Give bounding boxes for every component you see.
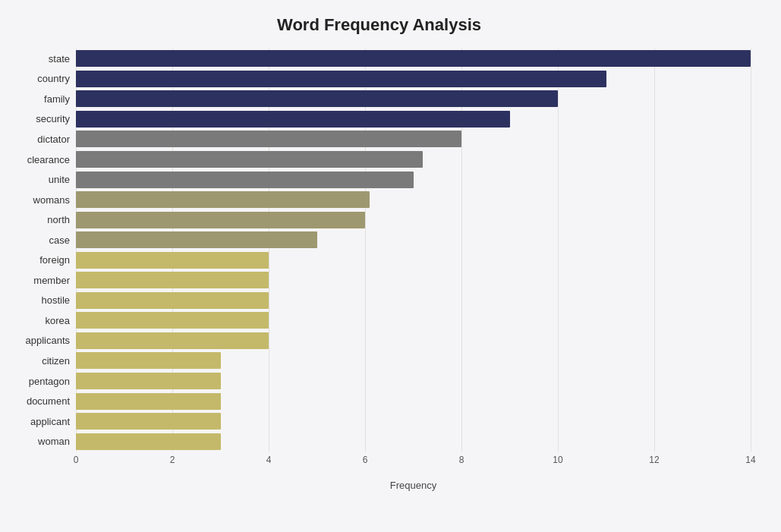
- bar-row-clearance: [76, 150, 751, 168]
- y-label-woman: woman: [38, 431, 70, 452]
- chart-container: Word Frequency Analysis statecountryfami…: [0, 0, 781, 532]
- x-tick-4: 4: [266, 455, 272, 465]
- bar-row-womans: [76, 190, 751, 209]
- bar-row-north: [76, 211, 751, 229]
- bar-applicants: [76, 332, 269, 349]
- bar-hostile: [76, 292, 269, 309]
- y-label-unite: unite: [49, 169, 70, 190]
- bar-row-applicant: [76, 412, 751, 430]
- bar-row-citizen: [76, 351, 751, 370]
- bars-and-xaxis: Frequency 02468101214: [76, 49, 751, 474]
- bar-security: [76, 111, 510, 127]
- bar-row-document: [76, 392, 751, 411]
- bar-north: [76, 212, 365, 228]
- chart-area: statecountryfamilysecuritydictatorcleara…: [8, 49, 751, 474]
- x-tick-2: 2: [170, 455, 175, 465]
- x-tick-12: 12: [649, 455, 659, 465]
- bar-applicant: [76, 413, 221, 430]
- bar-document: [76, 393, 221, 410]
- y-label-north: north: [47, 209, 70, 230]
- y-label-dictator: dictator: [37, 129, 70, 150]
- bar-row-hostile: [76, 291, 751, 310]
- bars-area: [76, 49, 751, 452]
- chart-title: Word Frequency Analysis: [8, 15, 751, 35]
- y-label-applicant: applicant: [30, 411, 70, 432]
- x-tick-10: 10: [553, 455, 562, 465]
- y-label-clearance: clearance: [27, 150, 70, 170]
- bar-family: [76, 90, 558, 107]
- bar-pentagon: [76, 373, 221, 389]
- bar-row-korea: [76, 311, 751, 329]
- bar-row-case: [76, 231, 751, 249]
- x-tick-8: 8: [459, 455, 465, 465]
- bar-row-dictator: [76, 130, 751, 148]
- bar-unite: [76, 172, 414, 188]
- x-axis-label: Frequency: [76, 480, 751, 491]
- bar-row-state: [76, 49, 751, 68]
- bar-woman: [76, 433, 221, 450]
- bar-row-family: [76, 90, 751, 108]
- x-tick-6: 6: [363, 455, 368, 465]
- y-label-security: security: [36, 109, 70, 130]
- y-label-korea: korea: [45, 310, 70, 331]
- y-label-applicants: applicants: [25, 331, 70, 351]
- y-label-pentagon: pentagon: [29, 371, 70, 392]
- bar-womans: [76, 191, 370, 208]
- y-label-hostile: hostile: [41, 291, 70, 311]
- bar-row-unite: [76, 171, 751, 189]
- bar-row-applicants: [76, 332, 751, 350]
- x-tick-0: 0: [74, 455, 79, 465]
- bar-row-member: [76, 271, 751, 289]
- bar-row-woman: [76, 433, 751, 451]
- y-label-case: case: [49, 230, 70, 250]
- bar-state: [76, 50, 751, 67]
- y-label-foreign: foreign: [39, 250, 70, 270]
- grid-line-14: [751, 49, 751, 452]
- y-label-citizen: citizen: [42, 351, 70, 371]
- bar-row-security: [76, 110, 751, 128]
- bar-country: [76, 71, 606, 87]
- x-axis: Frequency 02468101214: [76, 452, 751, 474]
- y-label-womans: womans: [33, 190, 70, 210]
- bar-case: [76, 231, 317, 248]
- bar-foreign: [76, 252, 269, 269]
- y-label-document: document: [27, 391, 70, 411]
- bar-row-pentagon: [76, 372, 751, 390]
- bar-korea: [76, 312, 269, 329]
- y-label-country: country: [37, 69, 70, 90]
- x-tick-14: 14: [745, 455, 755, 465]
- bar-member: [76, 272, 269, 288]
- bar-row-foreign: [76, 251, 751, 269]
- bar-dictator: [76, 131, 461, 147]
- bar-row-country: [76, 70, 751, 88]
- y-label-state: state: [49, 49, 70, 69]
- y-label-member: member: [33, 270, 70, 291]
- bar-citizen: [76, 352, 221, 369]
- bar-clearance: [76, 151, 423, 168]
- y-labels: statecountryfamilysecuritydictatorcleara…: [8, 49, 76, 474]
- y-label-family: family: [44, 89, 70, 109]
- bars-list: [76, 49, 751, 452]
